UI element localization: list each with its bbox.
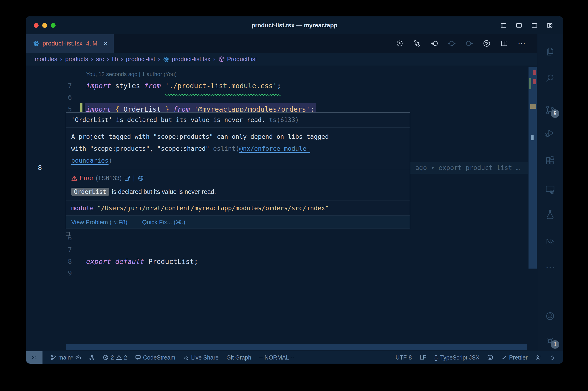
line-number[interactable]: 1: [26, 150, 72, 162]
code-line[interactable]: 8export default ProductList;: [26, 256, 528, 267]
quick-fix-action[interactable]: Quick Fix... (⌘.): [142, 219, 185, 226]
breadcrumb-item-product-list[interactable]: product-list: [126, 56, 155, 63]
code-line[interactable]: 7import styles from './product-list.modu…: [26, 80, 528, 92]
codestream-icon: [135, 355, 141, 360]
nav-prev-icon[interactable]: [448, 39, 456, 47]
nav-next-icon[interactable]: [465, 39, 473, 47]
scrollbar-slider[interactable]: [528, 67, 537, 269]
vertical-scrollbar[interactable]: [528, 66, 537, 351]
line-number[interactable]: 5: [26, 220, 72, 232]
line-number[interactable]: 5: [26, 103, 72, 115]
history-icon[interactable]: [396, 39, 403, 47]
line-number[interactable]: 7: [26, 80, 72, 92]
breadcrumb-item-productlist[interactable]: ProductList: [218, 56, 257, 63]
code-line[interactable]: 9: [26, 267, 528, 279]
line-number[interactable]: 2: [26, 185, 72, 197]
statusbar-vim-mode[interactable]: -- NORMAL --: [259, 354, 294, 361]
line-number[interactable]: 2: [26, 139, 72, 150]
activity-extensions[interactable]: [545, 155, 556, 166]
code-editor[interactable]: You, 12 seconds ago | 1 author (You)7imp…: [26, 66, 537, 351]
activity-nx-console[interactable]: [545, 236, 556, 247]
breadcrumb-item-src[interactable]: src: [96, 56, 104, 63]
layout-sidebar-left-icon[interactable]: [501, 22, 507, 28]
statusbar-feedback[interactable]: [535, 355, 541, 360]
statusbar-label: Git Graph: [227, 354, 251, 361]
split-editor-icon[interactable]: [500, 39, 508, 47]
tab-product-list[interactable]: product-list.tsx 4, M ×: [26, 34, 114, 53]
code-line[interactable]: 6: [26, 232, 528, 244]
line-number[interactable]: 8: [26, 256, 72, 267]
statusbar-git-graph[interactable]: Git Graph: [227, 354, 251, 361]
diagnostic-code: ts(6133): [269, 116, 299, 123]
close-tab-icon[interactable]: ×: [104, 40, 108, 47]
activity-accounts[interactable]: [545, 311, 556, 322]
code-text: export default ProductList;: [86, 256, 198, 267]
nx-console-icon: [545, 236, 556, 247]
breadcrumb-item-products[interactable]: products: [65, 56, 88, 63]
line-number[interactable]: 6: [26, 232, 72, 244]
zoom-window-button[interactable]: [51, 23, 56, 28]
layout-customize-icon[interactable]: [547, 22, 553, 28]
line-number[interactable]: 1: [26, 174, 72, 185]
statusbar-prettier[interactable]: Prettier: [501, 354, 528, 361]
statusbar-commit-graph[interactable]: [89, 355, 95, 360]
statusbar-language[interactable]: {}TypeScript JSX: [434, 354, 479, 361]
feedback-icon: [535, 355, 541, 360]
line-number[interactable]: 4: [26, 209, 72, 220]
nav-back-icon[interactable]: [430, 39, 438, 47]
remote-indicator-icon: [31, 354, 37, 361]
codelens-row[interactable]: You, 12 seconds ago | 1 author (You): [26, 68, 528, 80]
close-window-button[interactable]: [34, 23, 39, 28]
breadcrumb-item-lib[interactable]: lib: [112, 56, 118, 63]
run-circle-icon[interactable]: [483, 39, 491, 47]
code-line[interactable]: 7: [26, 244, 528, 256]
globe-icon[interactable]: [138, 175, 144, 182]
line-number[interactable]: 7: [26, 244, 72, 256]
line-number[interactable]: 3: [26, 127, 72, 139]
statusbar-codestream[interactable]: CodeStream: [135, 354, 175, 361]
statusbar-copilot[interactable]: [487, 355, 493, 360]
line-number[interactable]: 4: [26, 115, 72, 127]
activity-settings[interactable]: 1: [545, 335, 556, 346]
activity-search[interactable]: [545, 73, 556, 84]
error-detail: Error (TS6133) | OrderList is declared b…: [66, 170, 410, 201]
search-icon: [545, 73, 556, 84]
statusbar-problems[interactable]: 22: [103, 354, 127, 361]
statusbar-eol[interactable]: LF: [420, 354, 426, 361]
rule-link[interactable]: @nx/enforce-module-: [239, 145, 310, 152]
activity-run-debug[interactable]: [545, 127, 556, 138]
layout-panel-icon[interactable]: [516, 22, 522, 28]
tooltip-resize-handle[interactable]: [66, 232, 70, 236]
layout-controls: [501, 22, 553, 28]
extensions-icon: [545, 155, 556, 166]
line-number[interactable]: 3: [26, 197, 72, 209]
breadcrumb-item-product-list-tsx[interactable]: product-list.tsx: [163, 56, 210, 63]
explorer-icon: [545, 46, 556, 57]
statusbar-encoding[interactable]: UTF-8: [396, 354, 412, 361]
line-number[interactable]: 8: [26, 162, 72, 174]
hover-tooltip: 'OrderList' is declared but its value is…: [66, 112, 410, 229]
eslint-source: eslint(: [213, 145, 239, 152]
statusbar-notifications[interactable]: [549, 355, 555, 360]
activity-more-views[interactable]: ⋯: [545, 263, 556, 274]
code-line[interactable]: 6: [26, 92, 528, 103]
view-problem-action[interactable]: View Problem (⌥F8): [71, 219, 127, 226]
codelens-annotation[interactable]: You, 12 seconds ago | 1 author (You): [86, 68, 177, 80]
horizontal-scrollbar[interactable]: [66, 344, 527, 350]
breadcrumb-item-modules[interactable]: modules: [35, 56, 57, 63]
line-number[interactable]: 9: [26, 267, 72, 279]
rule-link[interactable]: boundaries: [71, 157, 109, 164]
activity-remote-explorer[interactable]: [545, 184, 556, 195]
activity-source-control[interactable]: 5: [545, 104, 556, 115]
minimize-window-button[interactable]: [42, 23, 47, 28]
activity-testing[interactable]: [545, 208, 556, 219]
external-link-icon[interactable]: [124, 175, 130, 182]
breadcrumb-label: src: [96, 56, 104, 63]
statusbar-git-branch[interactable]: main*: [50, 354, 81, 361]
line-number[interactable]: 6: [26, 92, 72, 103]
git-compare-icon[interactable]: [413, 39, 421, 47]
statusbar-live-share[interactable]: Live Share: [183, 354, 219, 361]
remote-indicator[interactable]: [26, 351, 42, 364]
activity-explorer[interactable]: [545, 46, 556, 57]
layout-sidebar-right-icon[interactable]: [531, 22, 537, 28]
